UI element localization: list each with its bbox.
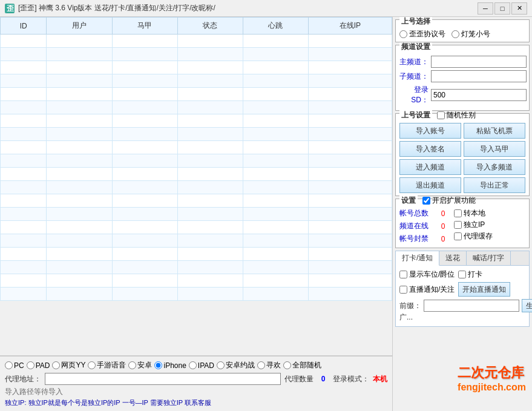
checkin-checkbox[interactable] (458, 271, 466, 278)
settings-checkbox-text-1: 独立IP (464, 220, 485, 230)
paste-ticket-btn[interactable]: 粘贴飞机票 (464, 123, 525, 139)
table-row (1, 61, 392, 74)
group-select-section: 上号选择 歪歪协议号 灯笼小号 (395, 19, 530, 42)
group-radio-yywxy[interactable]: 歪歪协议号 (399, 29, 445, 39)
platform-radio-手游语音[interactable]: 手游语音 (88, 360, 126, 370)
checkin-label[interactable]: 打卡 (458, 269, 482, 280)
platform-radio-input-PC[interactable] (5, 361, 13, 369)
channel-settings-section: 频道设置 主频道： 子频道： 登录SD： (395, 45, 530, 111)
close-button[interactable]: ✕ (511, 2, 527, 15)
proxy-input[interactable] (45, 373, 281, 385)
group-select-title: 上号选择 (399, 17, 432, 25)
tab-2[interactable]: 喊话/打字 (467, 251, 510, 265)
import-multi-btn[interactable]: 导入多频道 (464, 159, 525, 175)
sub-channel-row: 子频道： (399, 70, 525, 82)
show-seat-label[interactable]: 显示车位/爵位 (399, 269, 455, 280)
table-row (1, 74, 392, 88)
import-sign-btn[interactable]: 导入签名 (399, 141, 461, 157)
table-row (1, 194, 392, 208)
platform-radio-IPAD[interactable]: IPAD (189, 361, 214, 370)
expand-function-label[interactable]: 开启扩展功能 (422, 196, 476, 206)
sub-channel-input[interactable] (431, 70, 527, 82)
platform-radio-input-iPhone[interactable] (154, 361, 162, 369)
show-seat-checkbox[interactable] (399, 271, 407, 278)
table-row (1, 168, 392, 181)
platform-radio-input-IPAD[interactable] (189, 361, 197, 369)
settings-checkbox-label-0[interactable]: 转本地 (454, 208, 493, 219)
stat-value-0: 0 (436, 209, 450, 218)
platform-radio-安卓约战[interactable]: 安卓约战 (217, 360, 255, 370)
enter-channel-btn[interactable]: 进入频道 (399, 159, 461, 175)
settings-checkbox-0[interactable] (454, 209, 462, 217)
settings-checkbox-2[interactable] (454, 232, 462, 240)
table-row (1, 101, 392, 114)
group-radio-denglong[interactable]: 灯笼小号 (452, 29, 490, 39)
import-account-btn[interactable]: 导入账号 (399, 123, 461, 139)
platform-radio-input-网页YY[interactable] (52, 361, 60, 369)
proxy-label: 代理地址： (5, 374, 41, 384)
group-radio-row: 歪歪协议号 灯笼小号 (399, 29, 525, 39)
platform-radio-label-安卓约战: 安卓约战 (226, 360, 255, 370)
window-title: [歪歪] 神鹰 3.6 Vip版本 送花/打卡/直播通知/关注/打字/改昵称/ (18, 3, 215, 13)
platform-radio-PAD[interactable]: PAD (27, 361, 50, 370)
start-broadcast-btn[interactable]: 开始直播通知 (458, 282, 510, 297)
table-row (1, 48, 392, 61)
platform-radio-input-寻欢[interactable] (257, 361, 265, 369)
channel-settings-title: 频道设置 (399, 42, 432, 51)
data-table: ID用户马甲状态心跳在线IP (0, 17, 392, 356)
platform-radio-input-PAD[interactable] (27, 361, 34, 369)
login-sd-input[interactable] (431, 89, 527, 101)
tab-content: 显示车位/爵位 打卡 直播通知/关注 开始直播通知 前缀： (396, 266, 529, 326)
warning-text: 独立IP: 独立IP就是每个号是独立IP的IP 一号—IP 需要独立IP 联系客… (5, 398, 387, 407)
broadcast-notify-checkbox[interactable] (399, 286, 407, 294)
platform-radio-input-手游语音[interactable] (88, 361, 96, 369)
platform-radio-安卓[interactable]: 安卓 (128, 360, 152, 370)
generate-avatar-btn[interactable]: 生成马甲 (522, 299, 532, 312)
platform-radio-input-安卓约战[interactable] (217, 361, 225, 369)
tabs-header: 打卡/通知送花喊话/打字 (396, 251, 529, 266)
main-channel-input[interactable] (431, 56, 527, 68)
exit-channel-btn[interactable]: 退出频道 (399, 177, 461, 193)
svg-text:歪: 歪 (7, 4, 14, 13)
platform-radio-全部随机[interactable]: 全部随机 (283, 360, 321, 370)
tab-0[interactable]: 打卡/通知 (396, 251, 439, 266)
export-normal-btn[interactable]: 导出正常 (464, 177, 525, 193)
platform-radio-寻欢[interactable]: 寻欢 (257, 360, 281, 370)
login-mode-value: 本机 (373, 374, 387, 384)
login-sd-row: 登录SD： (399, 85, 525, 105)
title-bar-left: 歪 [歪歪] 神鹰 3.6 Vip版本 送花/打卡/直播通知/关注/打字/改昵称… (5, 3, 215, 13)
broadcast-notify-label[interactable]: 直播通知/关注 (399, 284, 455, 295)
platform-radio-iPhone[interactable]: iPhone (154, 361, 186, 370)
table-column-用户: 用户 (47, 18, 112, 35)
platform-radio-input-安卓[interactable] (128, 361, 136, 369)
broadcast-notify-text: 直播通知/关注 (409, 284, 455, 295)
expand-function-checkbox[interactable] (422, 197, 430, 205)
platform-radio-PC[interactable]: PC (5, 361, 24, 370)
tab-1[interactable]: 送花 (439, 251, 467, 265)
show-seat-text: 显示车位/爵位 (409, 269, 455, 280)
stat-row-1: 频道在线0 (399, 221, 450, 231)
minimize-button[interactable]: ─ (478, 2, 493, 15)
table-row (1, 261, 392, 274)
platform-radio-label-IPAD: IPAD (198, 361, 214, 370)
qianzhui-input[interactable] (424, 300, 519, 312)
import-avatar-btn[interactable]: 导入马甲 (464, 141, 525, 157)
settings-checkbox-label-1[interactable]: 独立IP (454, 220, 493, 230)
guang-row: 广... (399, 312, 525, 323)
left-panel: ID用户马甲状态心跳在线IP (0, 17, 393, 411)
app-icon: 歪 (5, 4, 15, 13)
settings-checkbox-label-2[interactable]: 代理缓存 (454, 231, 493, 242)
platform-radio-input-全部随机[interactable] (283, 361, 291, 369)
settings-checkbox-1[interactable] (454, 221, 462, 229)
table-row (1, 221, 392, 234)
expand-function-text: 开启扩展功能 (432, 196, 476, 206)
window-controls: ─ □ ✕ (478, 2, 527, 15)
random-gender-label[interactable]: 随机性别 (437, 110, 476, 120)
random-gender-checkbox[interactable] (437, 111, 445, 119)
stats-checkboxes-col: 转本地独立IP代理缓存 (454, 208, 493, 245)
stat-label-0: 帐号总数 (399, 208, 433, 219)
tabs-container: 打卡/通知送花喊话/打字 显示车位/爵位 打卡 直播通知/关注 (395, 251, 530, 327)
stat-label-1: 频道在线 (399, 221, 433, 231)
platform-radio-网页YY[interactable]: 网页YY (52, 360, 85, 370)
maximize-button[interactable]: □ (494, 2, 510, 15)
